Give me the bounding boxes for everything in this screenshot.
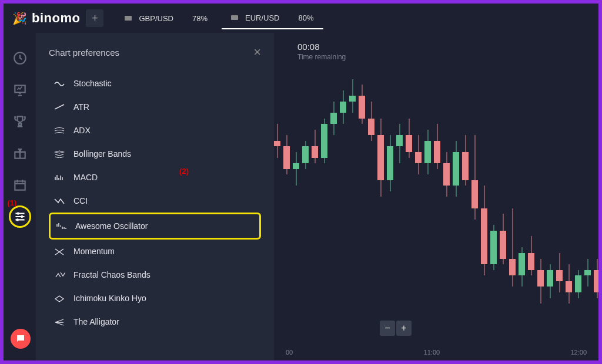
indicator-label: Stochastic (73, 79, 112, 88)
left-sidebar: (1) (4, 33, 36, 360)
tab-pct-label: 78% (192, 14, 208, 23)
flag-icon (231, 15, 238, 20)
svg-point-5 (21, 215, 23, 218)
indicator-stochastic[interactable]: Stochastic (49, 72, 261, 95)
indicator-label: ADX (73, 126, 91, 135)
chart-preferences-panel: Chart preferences × Stochastic ATR ADX B… (36, 33, 274, 360)
svg-point-9 (22, 338, 23, 339)
indicator-cci[interactable]: CCI (49, 189, 261, 213)
time-remaining-label: Time remaining (297, 53, 346, 61)
indicator-momentum[interactable]: Momentum (49, 240, 261, 263)
trophy-icon[interactable] (12, 114, 28, 129)
indicator-label: CCI (73, 196, 88, 205)
bars2-icon (55, 222, 67, 230)
presentation-icon[interactable] (12, 82, 28, 97)
main-area: (1) Chart preferences × Stochastic ATR A… (4, 33, 598, 360)
annotation-1: (1) (8, 198, 17, 207)
indicator-the-alligator[interactable]: The Alligator (49, 310, 261, 333)
tab-pair-label: EUR/USD (245, 14, 280, 22)
indicator-label: The Alligator (73, 317, 119, 326)
cross-icon (53, 247, 65, 255)
panel-title: Chart preferences (49, 48, 119, 58)
svg-point-6 (16, 218, 18, 221)
logo-icon: 🎉 (12, 11, 27, 25)
bars-icon (53, 173, 65, 181)
indicator-label: Ichimoku Kinko Hyo (73, 294, 146, 303)
indicator-atr[interactable]: ATR (49, 95, 261, 119)
svg-point-8 (20, 338, 21, 339)
indicator-ichimoku-kinko-hyo[interactable]: Ichimoku Kinko Hyo (49, 287, 261, 310)
top-bar: 🎉 binomo + GBP/USD 78% EUR/USD 80% (4, 4, 598, 33)
indicator-label: ATR (73, 102, 89, 112)
tab-pair-label: GBP/USD (139, 14, 173, 23)
indicator-label: MACD (73, 173, 98, 182)
zoom-in-button[interactable]: + (396, 321, 412, 336)
zig-icon (53, 197, 65, 205)
app-frame: 🎉 binomo + GBP/USD 78% EUR/USD 80% (1) C… (4, 4, 598, 360)
close-icon[interactable]: × (253, 45, 261, 60)
gift-icon[interactable] (12, 146, 28, 161)
svg-point-4 (16, 212, 19, 214)
indicator-label: Momentum (73, 247, 115, 256)
tri-icon (53, 271, 65, 279)
indicator-label: Awesome Oscillator (75, 221, 148, 231)
zoom-out-button[interactable]: − (380, 321, 395, 336)
indicator-label: Bollinger Bands (73, 149, 131, 159)
line-icon (53, 103, 65, 111)
indicator-awesome-oscillator[interactable]: Awesome Oscillator (49, 213, 261, 240)
indicator-label: Fractal Chaos Bands (73, 270, 150, 279)
svg-point-7 (19, 338, 20, 339)
stack-icon (53, 150, 65, 158)
indicator-fractal-chaos-bands[interactable]: Fractal Chaos Bands (49, 263, 261, 287)
pair-tab-eur-usd[interactable]: EUR/USD 80% (222, 7, 323, 29)
bands-icon (53, 126, 65, 134)
kite-icon (53, 294, 65, 302)
chart-area[interactable]: 00:08 Time remaining (274, 33, 598, 360)
wave-icon (53, 79, 65, 87)
chat-button[interactable] (11, 329, 31, 349)
pair-tab-gbp-usd[interactable]: GBP/USD 78% (115, 7, 217, 29)
calendar-icon[interactable] (12, 177, 28, 193)
xaxis-tick: 00 (286, 349, 293, 356)
brand-name: binomo (32, 11, 80, 26)
tab-pct-label: 80% (299, 14, 314, 22)
indicator-adx[interactable]: ADX (49, 119, 261, 142)
timer-block: 00:08 Time remaining (297, 42, 346, 61)
clock-icon[interactable] (12, 50, 28, 66)
indicator-bollinger-bands[interactable]: Bollinger Bands (49, 142, 261, 166)
time-remaining-value: 00:08 (297, 42, 346, 52)
add-tab-button[interactable]: + (86, 9, 103, 27)
xaxis-tick: 12:00 (570, 349, 587, 356)
xaxis-tick: 11:00 (424, 349, 440, 356)
sliders-icon[interactable]: (1) (12, 209, 28, 224)
indicator-macd[interactable]: MACD (49, 166, 261, 189)
flag-icon (125, 16, 132, 21)
fan-icon (53, 318, 65, 326)
brand-logo: 🎉 binomo (12, 11, 80, 26)
svg-rect-3 (15, 181, 25, 190)
